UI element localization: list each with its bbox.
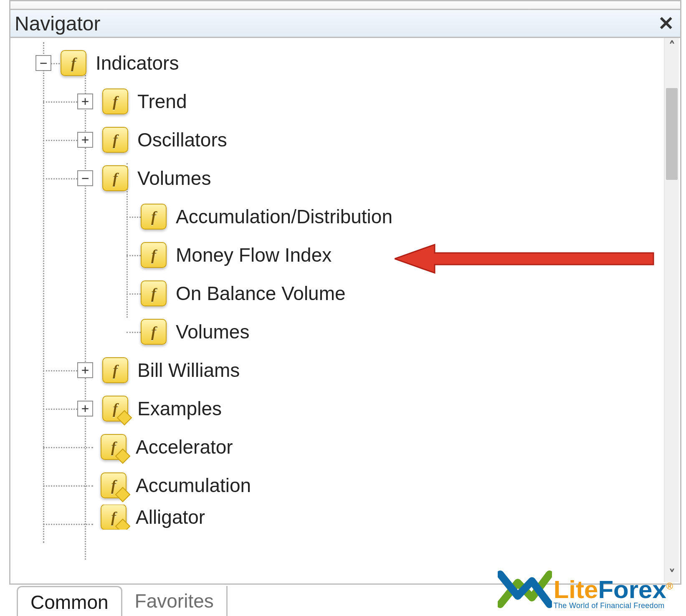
diamond-badge-icon (115, 519, 131, 530)
title-bar: Navigator ✕ (10, 10, 680, 38)
spacer (117, 248, 132, 262)
close-icon[interactable]: ✕ (658, 14, 674, 33)
collapse-icon[interactable]: − (77, 170, 93, 186)
tree-item-indicators[interactable]: − f Indicators (10, 44, 663, 82)
folder-f-icon: f (102, 88, 128, 114)
spacer (77, 478, 91, 492)
tree-item-volumes-leaf[interactable]: f Volumes (10, 313, 663, 351)
spacer (77, 510, 91, 524)
tree-item-examples[interactable]: + f Examples (10, 389, 663, 428)
folder-f-icon: f (101, 505, 127, 530)
tab-favorites[interactable]: Favorites (122, 586, 228, 616)
tree-item-label: Examples (137, 397, 222, 420)
tree-item-accumulation-distribution[interactable]: f Accumulation/Distribution (10, 197, 663, 236)
tree-item-label: Accumulation (136, 474, 251, 497)
spacer (117, 325, 132, 339)
logo-mark-icon (498, 568, 552, 610)
navigator-panel-container: Navigator ✕ ˄ ˅ − f Indicators (9, 0, 681, 616)
liteforex-logo: LiteForex® The World of Financial Freedo… (498, 568, 673, 610)
folder-f-icon: f (101, 434, 127, 460)
folder-f-icon: f (141, 204, 167, 230)
tree-view: − f Indicators + f Trend + f Oscillators (10, 38, 663, 583)
tree-item-volumes[interactable]: − f Volumes (10, 159, 663, 197)
folder-f-icon: f (102, 396, 128, 422)
tree-item-money-flow-index[interactable]: f Money Flow Index (10, 236, 663, 274)
expand-icon[interactable]: + (77, 93, 93, 109)
tree-item-label: Trend (137, 90, 187, 113)
scrollbar[interactable]: ˄ ˅ (664, 38, 679, 582)
tree-item-alligator[interactable]: f Alligator (10, 505, 663, 530)
diamond-badge-icon (117, 410, 132, 426)
expand-icon[interactable]: + (77, 132, 93, 148)
expand-icon[interactable]: + (77, 401, 93, 417)
logo-prefix: Lite (554, 576, 598, 603)
tree-item-trend[interactable]: + f Trend (10, 82, 663, 121)
scroll-thumb[interactable] (666, 88, 678, 180)
folder-f-icon: f (141, 242, 167, 268)
tree-guide (43, 101, 77, 103)
tree-item-bill-williams[interactable]: + f Bill Williams (10, 351, 663, 389)
tree-guide (43, 370, 77, 371)
spacer (117, 286, 132, 300)
tree-item-label: Bill Williams (137, 359, 240, 381)
tree-item-label: Money Flow Index (176, 244, 332, 266)
expand-icon[interactable]: + (77, 362, 93, 378)
tree-item-label: Alligator (136, 506, 205, 528)
spacer (77, 440, 91, 454)
tree-item-label: On Balance Volume (176, 282, 346, 305)
folder-f-icon: f (141, 319, 167, 345)
tab-common[interactable]: Common (17, 586, 122, 616)
spacer (117, 210, 132, 224)
diamond-badge-icon (115, 449, 131, 464)
logo-tagline: The World of Financial Freedom (554, 601, 673, 610)
folder-f-icon: f (102, 127, 128, 153)
tree-item-label: Indicators (96, 52, 179, 74)
top-strip (9, 0, 681, 9)
tree-item-accelerator[interactable]: f Accelerator (10, 428, 663, 466)
tree-guide (43, 409, 77, 410)
scroll-up-icon[interactable]: ˄ (665, 38, 679, 54)
navigator-panel: Navigator ✕ ˄ ˅ − f Indicators (9, 9, 681, 585)
tree-item-label: Volumes (176, 321, 249, 343)
tree-item-on-balance-volume[interactable]: f On Balance Volume (10, 274, 663, 313)
diamond-badge-icon (115, 487, 131, 502)
tree-item-label: Accelerator (136, 436, 233, 458)
folder-f-icon: f (141, 280, 167, 306)
folder-f-icon: f (61, 50, 86, 76)
folder-f-icon: f (102, 165, 128, 191)
logo-text: LiteForex® The World of Financial Freedo… (554, 577, 673, 610)
collapse-icon[interactable]: − (35, 55, 51, 71)
tree-item-label: Oscillators (137, 129, 227, 151)
logo-suffix: Forex (598, 576, 666, 603)
logo-registered: ® (666, 581, 673, 591)
tree-guide (43, 178, 77, 179)
tree-guide (43, 140, 77, 141)
tree-item-label: Volumes (137, 167, 211, 189)
folder-f-icon: f (102, 357, 128, 383)
panel-title: Navigator (15, 12, 100, 35)
folder-f-icon: f (101, 472, 127, 498)
tree-item-oscillators[interactable]: + f Oscillators (10, 121, 663, 159)
tree-item-label: Accumulation/Distribution (176, 205, 392, 228)
tree-item-accumulation[interactable]: f Accumulation (10, 466, 663, 505)
